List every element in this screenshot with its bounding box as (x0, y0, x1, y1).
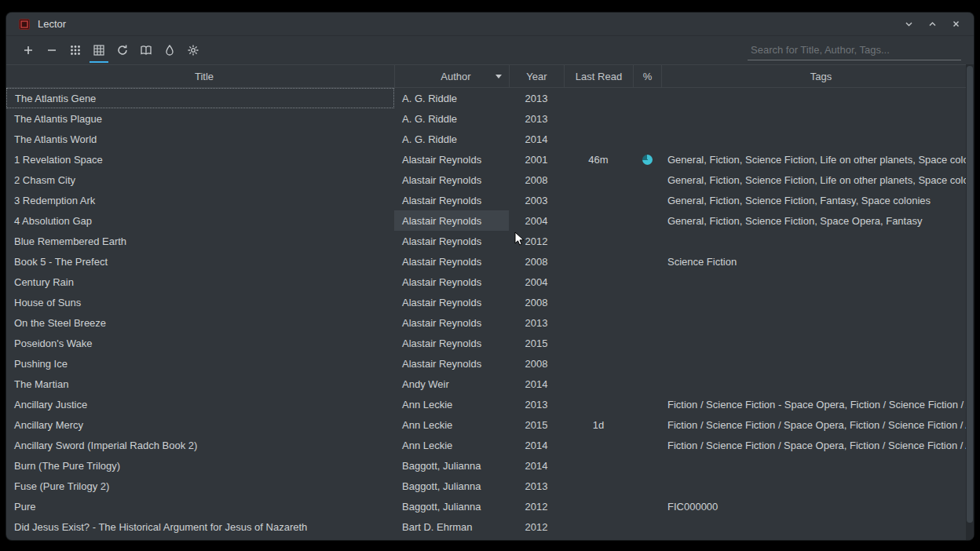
cell-year[interactable]: 2012 (509, 496, 564, 516)
cell-tags[interactable] (661, 88, 974, 108)
cell-author[interactable]: Andy Weir (394, 374, 509, 394)
scrollbar-thumb[interactable] (967, 66, 973, 523)
cell-year[interactable]: 2013 (509, 88, 564, 108)
cell-title[interactable]: Pure (6, 496, 394, 516)
refresh-button[interactable] (112, 39, 133, 61)
column-header-year[interactable]: Year (509, 65, 564, 87)
cell-author[interactable]: Alastair Reynolds (394, 190, 509, 210)
table-row[interactable]: Blue Remembered Earth Alastair Reynolds … (6, 231, 974, 251)
cell-author[interactable]: Alastair Reynolds (394, 210, 509, 231)
cell-year[interactable]: 2008 (509, 292, 564, 312)
cell-last-read[interactable] (564, 333, 633, 353)
cell-title[interactable]: Fuse (Pure Trilogy 2) (6, 476, 394, 496)
cell-tags[interactable] (661, 108, 974, 129)
cell-title[interactable]: 2 Chasm City (6, 170, 394, 190)
table-view-button[interactable] (88, 39, 110, 61)
cell-tags[interactable]: Fiction / Science Fiction / Space Opera,… (661, 435, 974, 455)
cell-year[interactable]: 2013 (509, 108, 564, 129)
cell-title[interactable]: 1 Revelation Space (6, 149, 394, 170)
table-row[interactable]: Pushing Ice Alastair Reynolds 2008 (6, 353, 974, 374)
cell-title[interactable]: Poseidon's Wake (6, 333, 394, 353)
cell-year[interactable]: 2004 (509, 272, 564, 292)
cell-last-read[interactable] (564, 312, 633, 333)
cell-tags[interactable]: General, Fiction, Science Fiction, Space… (661, 210, 974, 231)
cell-tags[interactable] (661, 374, 974, 394)
cell-title[interactable]: The Atlantis Plague (6, 108, 394, 129)
cell-tags[interactable]: FIC000000 (661, 496, 974, 516)
cell-percent[interactable] (633, 272, 661, 292)
cell-author[interactable]: Ann Leckie (394, 394, 509, 414)
add-book-button[interactable] (17, 39, 39, 61)
cell-author[interactable]: Baggott, Julianna (394, 476, 509, 496)
cell-last-read[interactable] (564, 353, 633, 374)
table-row[interactable]: 4 Absolution Gap Alastair Reynolds 2004 … (6, 210, 974, 231)
cell-author[interactable]: Alastair Reynolds (394, 353, 509, 374)
cell-title[interactable]: 4 Absolution Gap (6, 210, 394, 231)
cell-last-read[interactable] (564, 251, 633, 272)
cell-author[interactable]: Baggott, Julianna (394, 496, 509, 516)
cell-author[interactable]: A. G. Riddle (394, 129, 509, 149)
cell-tags[interactable]: Fiction / Science Fiction / Space Opera,… (661, 414, 974, 435)
cell-title[interactable]: The Martian (6, 374, 394, 394)
cell-title[interactable]: Burn (The Pure Trilogy) (6, 455, 394, 476)
cell-percent[interactable] (633, 108, 661, 129)
cell-last-read[interactable] (564, 496, 633, 516)
cell-tags[interactable] (661, 312, 974, 333)
cell-percent[interactable] (633, 496, 661, 516)
cell-title[interactable]: Blue Remembered Earth (6, 231, 394, 251)
cell-percent[interactable] (633, 516, 661, 537)
cell-tags[interactable] (661, 129, 974, 149)
cell-percent[interactable] (633, 435, 661, 455)
cell-title[interactable]: The Atlantis Gene (6, 88, 394, 108)
cell-author[interactable]: Ann Leckie (394, 414, 509, 435)
table-row[interactable]: Did Jesus Exist? - The Historical Argume… (6, 516, 974, 537)
cell-year[interactable]: 2014 (509, 129, 564, 149)
cell-author[interactable]: A. G. Riddle (394, 88, 509, 108)
cell-percent[interactable] (633, 292, 661, 312)
column-header-percent[interactable]: % (633, 65, 661, 87)
cell-last-read[interactable]: 46m (564, 149, 633, 170)
cell-tags[interactable]: Fiction / Science Fiction - Space Opera,… (661, 394, 974, 414)
cell-percent[interactable] (633, 374, 661, 394)
column-header-tags[interactable]: Tags (661, 65, 974, 87)
vertical-scrollbar[interactable] (966, 64, 974, 540)
table-row[interactable]: The Atlantis Gene A. G. Riddle 2013 (6, 88, 974, 108)
cell-last-read[interactable] (564, 455, 633, 476)
cell-percent[interactable] (633, 129, 661, 149)
cell-tags[interactable] (661, 272, 974, 292)
cell-title[interactable]: The Atlantis World (6, 129, 394, 149)
cell-title[interactable]: House of Suns (6, 292, 394, 312)
cell-author[interactable]: Bart D. Ehrman (394, 516, 509, 537)
chevron-down-icon[interactable] (900, 16, 917, 33)
cell-last-read[interactable] (564, 272, 633, 292)
cell-percent[interactable] (633, 476, 661, 496)
cell-last-read[interactable] (564, 231, 633, 251)
column-header-title[interactable]: Title (6, 65, 394, 87)
table-row[interactable]: 1 Revelation Space Alastair Reynolds 200… (6, 149, 974, 170)
cell-author[interactable]: Alastair Reynolds (394, 251, 509, 272)
cell-title[interactable]: Ancillary Mercy (6, 414, 394, 435)
cell-last-read[interactable]: 1d (564, 414, 633, 435)
cell-percent[interactable] (633, 312, 661, 333)
table-row[interactable]: Pure Baggott, Julianna 2012 FIC000000 (6, 496, 974, 516)
cell-author[interactable]: Alastair Reynolds (394, 170, 509, 190)
cell-last-read[interactable] (564, 435, 633, 455)
column-header-author[interactable]: Author (394, 65, 509, 87)
cell-year[interactable]: 2013 (509, 312, 564, 333)
cell-percent[interactable] (633, 353, 661, 374)
cell-last-read[interactable] (564, 88, 633, 108)
cell-title[interactable]: Century Rain (6, 272, 394, 292)
cell-last-read[interactable] (564, 210, 633, 231)
cell-author[interactable]: Alastair Reynolds (394, 149, 509, 170)
cell-title[interactable]: Did Jesus Exist? - The Historical Argume… (6, 516, 394, 537)
cell-last-read[interactable] (564, 108, 633, 129)
cell-tags[interactable]: General, Fiction, Science Fiction, Fanta… (661, 190, 974, 210)
cell-tags[interactable] (661, 516, 974, 537)
cell-title[interactable]: Pushing Ice (6, 353, 394, 374)
cell-author[interactable]: Alastair Reynolds (394, 272, 509, 292)
cell-last-read[interactable] (564, 170, 633, 190)
cell-year[interactable]: 2014 (509, 435, 564, 455)
cell-year[interactable]: 2008 (509, 251, 564, 272)
table-row[interactable]: Ancillary Justice Ann Leckie 2013 Fictio… (6, 394, 974, 414)
cell-author[interactable]: A. G. Riddle (394, 108, 509, 129)
